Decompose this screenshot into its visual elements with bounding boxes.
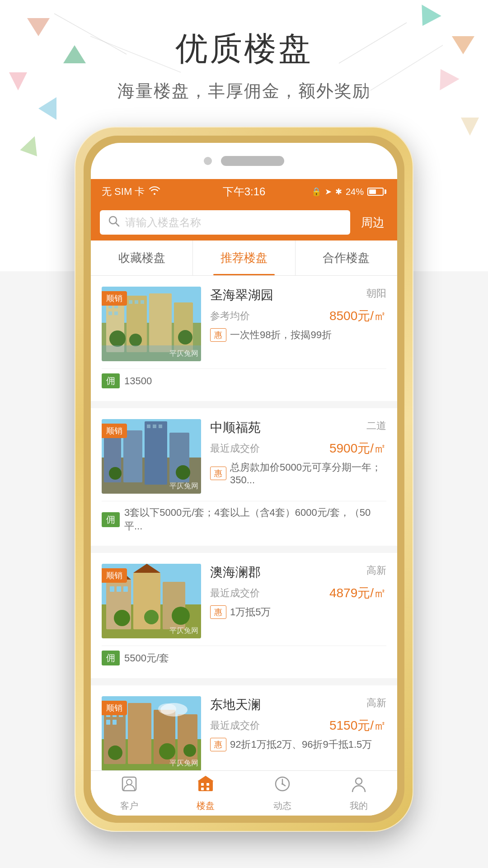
watermark-2: 平仄兔网 [169,481,198,491]
svg-rect-78 [198,780,213,791]
listing-promo-3: 惠 1万抵5万 [210,605,386,619]
search-input-wrapper[interactable]: 请输入楼盘名称 [100,210,350,235]
bluetooth-icon: ✱ [335,187,342,197]
search-input[interactable]: 请输入楼盘名称 [125,215,201,230]
svg-rect-65 [178,714,197,764]
svg-point-71 [108,745,122,760]
svg-marker-83 [197,776,214,781]
battery-percent: 24% [346,187,364,197]
bottom-tab-properties[interactable]: 楼盘 [168,775,244,812]
svg-point-86 [356,778,362,784]
listing-card[interactable]: 顺销 平仄兔网 东地天澜 高新 最近成交价 5150元/㎡ [91,685,397,770]
commission-tag-2: 佣 [102,512,120,527]
promo-text-4: 92折1万抵2万、96折9千抵1.5万 [230,738,372,751]
tab-favorites[interactable]: 收藏楼盘 [91,241,193,275]
price-value-2: 5900元/㎡ [329,440,386,457]
search-bar: 请输入楼盘名称 周边 [91,204,397,241]
price-value-3: 4879元/㎡ [329,585,386,602]
svg-point-30 [178,330,192,344]
svg-point-58 [144,610,159,624]
listing-name-4: 东地天澜 [210,696,261,713]
svg-rect-35 [123,430,142,482]
svg-rect-26 [135,300,138,304]
tabs-bar: 收藏楼盘 推荐楼盘 合作楼盘 [91,241,397,276]
listing-price-row-1: 参考均价 8500元/㎡ [210,307,386,325]
phone-inner: 无 SIM 卡 下午3:16 🔒 ➤ ✱ 24% [84,136,404,823]
listing-card[interactable]: 顺销 平仄兔网 中顺福苑 二道 最近成交价 5900元/㎡ [91,408,397,546]
price-value-4: 5150元/㎡ [329,717,386,734]
svg-point-77 [127,779,132,785]
svg-marker-7 [20,133,43,156]
svg-rect-24 [114,311,118,315]
tab-recommended[interactable]: 推荐楼盘 [193,241,295,275]
clients-icon [120,775,138,797]
phone-frame: 无 SIM 卡 下午3:16 🔒 ➤ ✱ 24% [75,127,413,832]
svg-point-59 [172,607,190,625]
listing-title-row-4: 东地天澜 高新 [210,696,386,713]
bottom-tab-mine[interactable]: 我的 [321,775,398,812]
listing-image-3: 顺销 平仄兔网 [102,564,201,638]
mine-label: 我的 [350,800,368,812]
watermark-1: 平仄兔网 [169,349,198,359]
front-camera [204,157,212,165]
listing-main: 顺销 平仄兔网 澳海澜郡 高新 最近成交价 4879元/㎡ [102,564,386,638]
status-time: 下午3:16 [223,184,266,199]
promo-text-2: 总房款加价5000元可享分期一年；350... [230,461,386,486]
promo-tag-1: 惠 [210,328,226,342]
commission-text-2: 3套以下5000元/套；4套以上（含4套）6000元/套，（50平... [124,506,386,533]
listing-title-row-2: 中顺福苑 二道 [210,419,386,436]
svg-point-29 [129,334,142,346]
listing-image-1: 顺销 平仄兔网 [102,287,201,361]
listing-district-1: 朝阳 [366,287,386,300]
svg-rect-27 [141,300,144,304]
listing-name-1: 圣海翠湖园 [210,287,273,304]
battery-icon [367,188,386,196]
mine-icon [350,775,368,797]
status-left: 无 SIM 卡 [102,185,223,198]
wifi-icon [149,186,160,198]
price-label-4: 最近成交价 [210,719,260,732]
page-subtitle: 海量楼盘，丰厚佣金，额外奖励 [0,80,488,103]
page-header: 优质楼盘 海量楼盘，丰厚佣金，额外奖励 [0,27,488,103]
svg-rect-81 [201,788,204,790]
listing-card[interactable]: 顺销 平仄兔网 澳海澜郡 高新 最近成交价 4879元/㎡ [91,553,397,678]
bottom-tabbar: 客户 楼盘 [91,770,397,816]
listing-info-4: 东地天澜 高新 最近成交价 5150元/㎡ 惠 92折1万抵2万、96折9千抵1… [210,696,386,770]
svg-marker-8 [461,118,479,136]
svg-rect-80 [206,783,209,786]
svg-line-14 [116,223,119,226]
commission-text-1: 13500 [124,375,152,387]
svg-point-73 [183,744,196,757]
svg-rect-69 [106,720,110,725]
listings-content: 顺销 平仄兔网 圣海翠湖园 朝阳 参考均价 8500元/㎡ [91,276,397,770]
tab-partner[interactable]: 合作楼盘 [296,241,397,275]
commission-text-3: 5500元/套 [124,651,169,665]
nearby-button[interactable]: 周边 [357,215,388,231]
svg-point-85 [282,783,283,785]
listing-card[interactable]: 顺销 平仄兔网 圣海翠湖园 朝阳 参考均价 8500元/㎡ [91,276,397,401]
svg-rect-82 [206,788,209,790]
svg-rect-63 [128,703,151,764]
svg-point-28 [109,330,126,347]
listing-promo-2: 惠 总房款加价5000元可享分期一年；350... [210,461,386,486]
dynamics-label: 动态 [273,800,291,812]
listing-info-1: 圣海翠湖园 朝阳 参考均价 8500元/㎡ 惠 一次性98折，按揭99折 [210,287,386,361]
promo-text-1: 一次性98折，按揭99折 [230,328,332,342]
clients-label: 客户 [120,800,138,812]
svg-point-75 [158,703,176,714]
listing-promo-1: 惠 一次性98折，按揭99折 [210,328,386,342]
price-label-1: 参考均价 [210,309,250,323]
bottom-tab-clients[interactable]: 客户 [91,775,168,812]
watermark-3: 平仄兔网 [169,626,198,636]
listing-main: 顺销 平仄兔网 圣海翠湖园 朝阳 参考均价 8500元/㎡ [102,287,386,361]
commission-row-3: 佣 5500元/套 [102,646,386,667]
svg-rect-25 [129,300,132,304]
location-icon: ➤ [325,187,332,197]
listing-image-2: 顺销 平仄兔网 [102,419,201,494]
listing-main: 顺销 平仄兔网 东地天澜 高新 最近成交价 5150元/㎡ [102,696,386,770]
listing-promo-4: 惠 92折1万抵2万、96折9千抵1.5万 [210,738,386,751]
search-icon [108,215,120,230]
svg-rect-36 [145,421,167,485]
promo-tag-4: 惠 [210,738,226,751]
bottom-tab-dynamics[interactable]: 动态 [244,775,321,812]
